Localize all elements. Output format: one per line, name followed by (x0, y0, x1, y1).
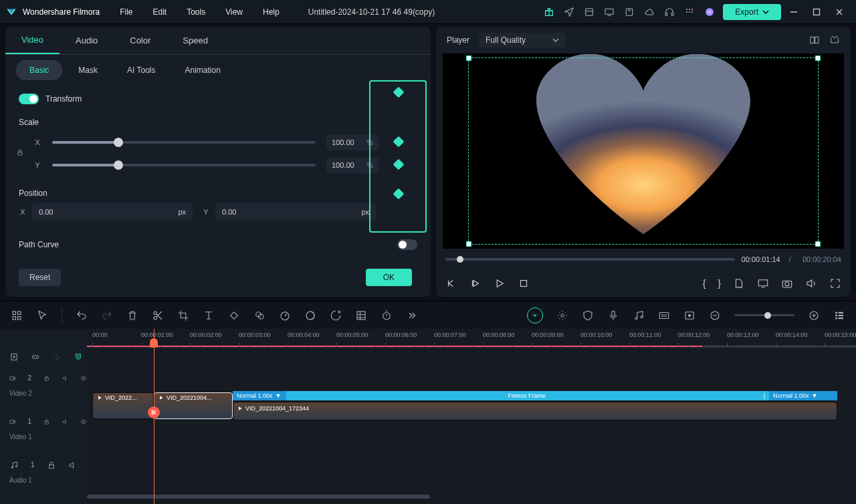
prev-frame-button[interactable] (445, 277, 457, 289)
time-ruler[interactable]: 00:0000:00:01:0000:00:02:0000:00:03:0000… (87, 329, 856, 348)
scale-x-value[interactable]: 100.00% (326, 134, 379, 150)
selection-bounds[interactable] (468, 57, 819, 245)
scale-x-slider[interactable] (52, 141, 316, 144)
grid-icon[interactable] (355, 309, 367, 322)
list-view-icon[interactable] (833, 309, 845, 322)
timer-icon[interactable] (381, 309, 393, 322)
play-in-button[interactable] (469, 277, 481, 289)
fullscreen-icon[interactable] (829, 277, 841, 289)
path-curve-toggle[interactable] (397, 239, 417, 250)
link-icon[interactable] (31, 352, 40, 362)
mute-track-icon[interactable] (62, 417, 69, 426)
speed-normal-1[interactable]: Normal 1.00x▼ (233, 391, 286, 400)
scissors-icon[interactable] (152, 309, 164, 322)
text-icon[interactable] (203, 309, 215, 322)
lock-icon[interactable] (16, 148, 24, 156)
tab-speed[interactable]: Speed (167, 27, 224, 54)
menu-file[interactable]: File (120, 7, 132, 17)
mute-track-icon[interactable] (62, 374, 69, 383)
tab-audio[interactable]: Audio (60, 27, 114, 54)
subtab-mask[interactable]: Mask (65, 60, 111, 80)
export-button[interactable]: Export (723, 4, 781, 20)
volume-icon[interactable] (805, 277, 817, 289)
shield-icon[interactable] (582, 309, 594, 322)
colormatch-icon[interactable] (253, 309, 265, 322)
zoom-out-icon[interactable] (709, 309, 721, 322)
position-x-input[interactable]: 0.00px (32, 203, 193, 221)
tab-color[interactable]: Color (114, 27, 167, 54)
close-button[interactable] (835, 7, 844, 17)
add-marker-icon[interactable] (9, 352, 19, 362)
maximize-button[interactable] (812, 7, 821, 17)
zoom-in-icon[interactable] (808, 309, 820, 322)
scale-y-slider[interactable] (52, 164, 316, 166)
play-button[interactable] (494, 277, 506, 289)
mute-track-icon[interactable] (68, 461, 78, 470)
preview-viewport[interactable] (443, 53, 844, 249)
clip-2[interactable]: VID_20221004... (154, 392, 233, 419)
marker-dropdown-icon[interactable] (733, 277, 745, 289)
select-arrange-icon[interactable] (11, 309, 23, 322)
transform-toggle[interactable] (19, 94, 39, 104)
tab-video[interactable]: Video (5, 27, 60, 54)
track-lane-v2[interactable] (87, 348, 856, 391)
timeline-scrollbar[interactable] (87, 495, 849, 501)
quality-select[interactable]: Full Quality (479, 33, 566, 47)
greenscreen-icon[interactable] (330, 309, 342, 322)
track-lane-a1[interactable] (87, 438, 856, 481)
menu-edit[interactable]: Edit (153, 7, 167, 17)
cloud-icon[interactable] (644, 7, 655, 17)
ok-button[interactable]: OK (366, 269, 412, 286)
headphones-icon[interactable] (664, 7, 675, 17)
brace-close-icon[interactable]: } (718, 278, 721, 289)
keyframe-icon[interactable] (228, 309, 240, 322)
reset-button[interactable]: Reset (19, 269, 61, 286)
visible-track-icon[interactable] (80, 417, 87, 426)
track-lane-v1[interactable]: VID_2022... VID_20221004... Normal 1.00x… (87, 391, 856, 438)
undo-icon[interactable] (76, 309, 88, 322)
lock-track-icon[interactable] (43, 417, 50, 426)
unlink-icon[interactable] (52, 352, 62, 362)
subtab-basic[interactable]: Basic (16, 60, 62, 80)
record-icon[interactable] (624, 7, 635, 17)
avatar-icon[interactable] (704, 7, 715, 17)
camera-icon[interactable] (781, 277, 793, 289)
mic-icon[interactable] (607, 309, 619, 322)
sun-icon[interactable] (556, 309, 568, 322)
lock-track-icon[interactable] (43, 374, 50, 383)
subtab-aitools[interactable]: AI Tools (114, 60, 169, 80)
subtab-animation[interactable]: Animation (171, 60, 233, 80)
send-icon[interactable] (564, 7, 574, 17)
playhead[interactable] (154, 329, 154, 504)
mixer-icon[interactable] (658, 309, 670, 322)
cursor-icon[interactable] (36, 309, 48, 322)
gift-icon[interactable] (544, 7, 554, 17)
clip-1[interactable]: VID_2022... (92, 392, 154, 419)
redo-icon[interactable] (101, 309, 113, 322)
apps-icon[interactable] (684, 7, 695, 17)
scale-y-value[interactable]: 100.00% (326, 157, 379, 173)
stop-button[interactable] (518, 277, 530, 289)
visible-track-icon[interactable] (80, 374, 87, 383)
delete-icon[interactable] (126, 309, 138, 322)
zoom-slider[interactable] (734, 314, 794, 316)
screen-icon[interactable] (604, 7, 615, 17)
split-button[interactable] (148, 406, 160, 418)
compare-view-icon[interactable] (809, 35, 820, 45)
clip-3[interactable]: VID_20221004_172344 (233, 402, 837, 420)
speed-icon[interactable] (279, 309, 291, 322)
brace-open-icon[interactable]: { (703, 278, 706, 289)
color-icon[interactable] (304, 309, 316, 322)
crop-icon[interactable] (177, 309, 189, 322)
snapshot-view-icon[interactable] (829, 35, 840, 45)
more-tools-icon[interactable] (406, 309, 418, 322)
template-icon[interactable] (584, 7, 595, 17)
ai-button[interactable] (527, 307, 543, 324)
marker-icon[interactable] (683, 309, 696, 322)
position-y-input[interactable]: 0.00px (215, 203, 376, 221)
magnet-icon[interactable] (74, 352, 83, 362)
lock-track-icon[interactable] (47, 461, 56, 470)
speed-freeze[interactable]: Freeze Frame| (286, 391, 769, 400)
music-icon[interactable] (633, 309, 645, 322)
speed-normal-2[interactable]: Normal 1.00x▼ (769, 391, 837, 400)
